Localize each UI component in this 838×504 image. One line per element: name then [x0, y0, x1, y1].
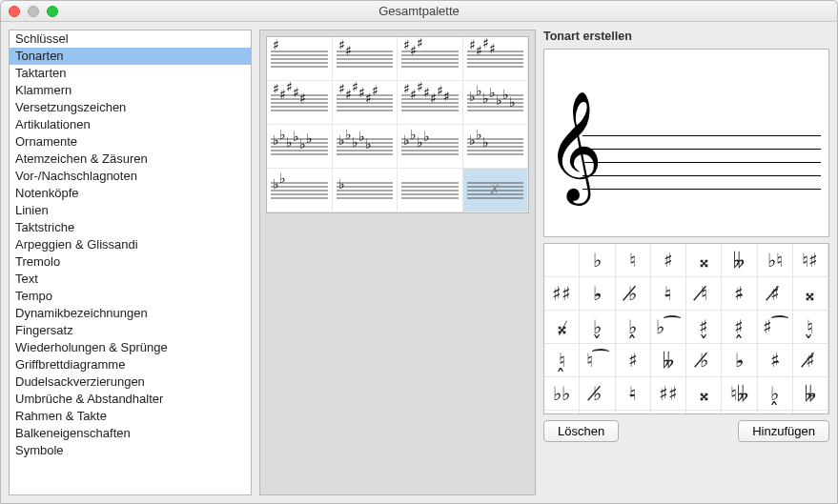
sidebar-item[interactable]: Notenköpfe [10, 185, 251, 202]
palette-cell[interactable]: ♯♯♯♯ [463, 37, 529, 81]
sidebar-item[interactable]: Vor-/Nachschlagnoten [10, 168, 251, 185]
accidental-cell[interactable]: ♭ [580, 244, 615, 277]
accidental-cell[interactable]: ♯̵ [758, 344, 793, 377]
accidental-cell[interactable] [758, 411, 793, 414]
accidental-cell[interactable]: ♭̵ [580, 277, 615, 311]
accidental-cell[interactable]: ♮̸ [686, 277, 722, 311]
accidental-cell[interactable]: ♯ [651, 244, 686, 277]
accidental-cell[interactable]: 𝄫̵ [793, 377, 828, 411]
close-icon[interactable] [9, 6, 20, 17]
palette-cell[interactable] [398, 169, 463, 212]
accidental-cell[interactable]: ♭̸ [580, 377, 615, 411]
palette-cell[interactable]: ♭♭♭ [463, 125, 529, 169]
palette-cell[interactable]: ♯♯♯ [398, 37, 463, 81]
accidental-cell[interactable]: 𝄫 [651, 344, 686, 377]
palette-cell[interactable]: ♭♭♭♭♭♭♭ [463, 81, 529, 125]
accidental-cell[interactable]: ♮̵ [651, 277, 686, 311]
palette-cell[interactable]: ♯ [267, 37, 333, 81]
sidebar-item[interactable]: Linien [10, 202, 251, 219]
key-preview[interactable]: 𝄞 [543, 49, 829, 237]
sidebar-item[interactable]: Symbole [10, 442, 251, 459]
sidebar-item[interactable]: Tremolo [10, 253, 251, 271]
accidental-cell[interactable]: ♮̬ [793, 311, 828, 344]
accidental-cell[interactable]: ♯̭ [722, 311, 757, 344]
accidental-cell[interactable]: ♯̸ [793, 344, 828, 377]
accidental-cell[interactable]: ♮̭ [544, 344, 580, 377]
editor-heading: Tonart erstellen [543, 30, 829, 43]
sidebar-item[interactable]: Text [10, 271, 251, 288]
sidebar-item[interactable]: Griffbrettdiagramme [10, 356, 251, 373]
accidental-cell[interactable]: 𝄪̸ [544, 311, 580, 344]
sidebar-item[interactable]: Taktarten [10, 65, 251, 82]
window-controls [1, 6, 58, 17]
accidental-cell[interactable]: ♭̭ [616, 311, 651, 344]
accidental-cell[interactable]: ♭̭ [758, 377, 793, 411]
accidental-cell[interactable]: ♯ [616, 344, 651, 377]
palette-cell[interactable]: ♯♯ [333, 37, 399, 81]
accidental-cell[interactable] [722, 411, 757, 414]
sidebar-item[interactable]: Tempo [10, 288, 251, 305]
accidental-cell[interactable]: ♭̬ [580, 311, 615, 344]
sidebar-item[interactable]: Versetzungszeichen [10, 99, 251, 116]
accidental-cell[interactable]: ♯♯ [544, 277, 580, 311]
accidental-cell[interactable] [580, 411, 615, 414]
palette-cell[interactable]: ♭♭♭♭♭♭ [267, 125, 333, 169]
accidental-cell[interactable]: ♭♮ [758, 244, 793, 277]
accidental-cell[interactable]: ♭̸ [616, 277, 651, 311]
sidebar-item[interactable]: Tonarten [10, 48, 251, 65]
accidental-cell[interactable]: ♮♯ [793, 244, 828, 277]
accidental-cell[interactable]: ♮̵ [616, 377, 651, 411]
sidebar-item[interactable]: Dudelsackverzierungen [10, 373, 251, 391]
accidental-cell[interactable]: ♭♭ [544, 377, 580, 411]
accidental-cell[interactable] [616, 411, 651, 414]
accidental-cell[interactable]: ♯♯ [651, 377, 686, 411]
palette-cell[interactable]: ✗ [463, 169, 529, 212]
sidebar-item[interactable]: Dynamikbezeichnungen [10, 305, 251, 322]
sidebar-item[interactable]: Klammern [10, 82, 251, 99]
palette-cell[interactable]: ♭♭♭♭ [398, 125, 463, 169]
palette-cell[interactable]: ♭♭ [267, 169, 333, 212]
accidental-cell[interactable] [544, 411, 580, 414]
accidental-cell[interactable]: 𝄪̵ [686, 377, 722, 411]
accidental-cell[interactable]: ♯̬ [686, 311, 722, 344]
accidental-cell[interactable] [793, 411, 828, 414]
accidental-cell[interactable]: 𝄪 [686, 244, 722, 277]
sidebar-item[interactable]: Wiederholungen & Sprünge [10, 339, 251, 356]
accidental-cell[interactable]: ♮⁀ [580, 344, 615, 377]
palette-cell[interactable]: ♯♯♯♯♯♯ [333, 81, 399, 125]
accidental-cell[interactable]: ♭⁀ [651, 311, 686, 344]
accidental-cell[interactable] [544, 244, 580, 277]
sidebar-item[interactable]: Schlüssel [10, 30, 251, 48]
accidental-cell[interactable]: ♭̸ [686, 344, 722, 377]
accidental-cell[interactable] [651, 411, 686, 414]
sidebar-item[interactable]: Balkeneigenschaften [10, 425, 251, 442]
sidebar-item[interactable]: Artikulationen [10, 116, 251, 133]
palette-cell[interactable]: ♭ [333, 169, 399, 212]
accidental-cell[interactable] [686, 411, 722, 414]
accidental-cell[interactable]: ♯̸ [758, 277, 793, 311]
sidebar-item[interactable]: Atemzeichen & Zäsuren [10, 151, 251, 168]
add-button[interactable]: Hinzufügen [738, 420, 829, 442]
accidental-cell[interactable]: ♮𝄫 [722, 377, 757, 411]
minimize-icon[interactable] [28, 6, 39, 17]
sidebar-item[interactable]: Arpeggien & Glissandi [10, 236, 251, 253]
delete-button[interactable]: Löschen [543, 420, 619, 442]
accidental-cell[interactable]: ♭̵ [722, 344, 757, 377]
sidebar-item[interactable]: Ornamente [10, 133, 251, 151]
accidental-picker[interactable]: ♭♮♯𝄪𝄫♭♮♮♯♯♯♭̵♭̸♮̵♮̸♯̵♯̸𝄪̵𝄪̸♭̬♭̭♭⁀♯̬♯̭♯⁀♮… [543, 243, 829, 414]
zoom-icon[interactable] [47, 6, 58, 17]
staff-lines [583, 135, 821, 190]
sidebar-item[interactable]: Taktstriche [10, 219, 251, 236]
palette-cell[interactable]: ♭♭♭♭♭ [333, 125, 399, 169]
palette-cell[interactable]: ♯♯♯♯♯♯♯ [398, 81, 463, 125]
accidental-cell[interactable]: ♯⁀ [758, 311, 793, 344]
sidebar-item[interactable]: Fingersatz [10, 322, 251, 339]
palette-cell[interactable]: ♯♯♯♯♯ [267, 81, 333, 125]
accidental-cell[interactable]: ♮ [616, 244, 651, 277]
sidebar-item[interactable]: Umbrüche & Abstandhalter [10, 391, 251, 408]
sidebar-item[interactable]: Rahmen & Takte [10, 408, 251, 425]
category-list[interactable]: SchlüsselTonartenTaktartenKlammernVerset… [9, 30, 252, 495]
accidental-cell[interactable]: ♯̵ [722, 277, 757, 311]
accidental-cell[interactable]: 𝄪̵ [793, 277, 828, 311]
accidental-cell[interactable]: 𝄫 [722, 244, 757, 277]
